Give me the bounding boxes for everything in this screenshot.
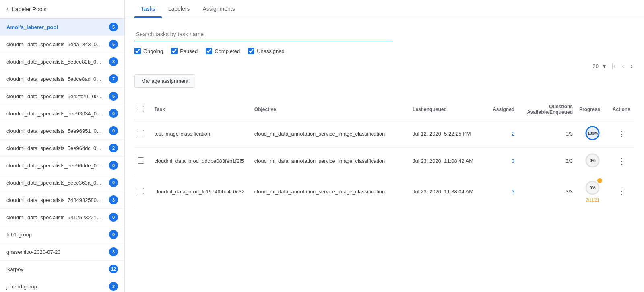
task-objective: cloud_ml_data_annotation_service_image_c… (254, 158, 385, 164)
sidebar-item-badge: 0 (109, 230, 118, 239)
col-header-actions: Actions (609, 99, 634, 120)
col-header-task: Task (151, 99, 251, 120)
main-content: TasksLabelersAssignments Ongoing Paused … (125, 0, 644, 292)
sidebar-item[interactable]: cloudml_data_specialists_5ee96951_000...… (0, 122, 124, 140)
actions-menu-icon[interactable]: ⋮ (618, 130, 625, 138)
filter-ongoing[interactable]: Ongoing (134, 48, 163, 54)
progress-circle: 100% (584, 125, 601, 141)
content-area: Ongoing Paused Completed Unassigned 20 ▼… (125, 18, 644, 292)
row-checkbox[interactable] (138, 188, 144, 194)
manage-assignment-button[interactable]: Manage assignment (134, 74, 195, 88)
sidebar-item-badge: 0 (109, 126, 118, 135)
sidebar-item[interactable]: cloudml_data_specialists_5edce8ad_000...… (0, 70, 124, 88)
actions-menu-icon[interactable]: ⋮ (618, 187, 625, 195)
sidebar-item-label: cloudml_data_specialists_5ee96951_000... (6, 128, 103, 134)
last-enqueued: Jul 23, 2020, 11:08:42 AM (413, 158, 473, 164)
progress-circle: 0% (584, 180, 601, 196)
unassigned-checkbox[interactable] (248, 48, 254, 54)
sidebar-item-label: cloudml_data_specialists_5ee2fc41_0000..… (6, 93, 103, 99)
col-header-last-enqueued: Last enqueued (409, 99, 484, 120)
completed-checkbox[interactable] (206, 48, 212, 54)
page-size-label: 20 (593, 63, 599, 69)
sidebar-item[interactable]: cloudml_data_specialists_5eec363a_000...… (0, 174, 124, 191)
sidebar-item-label: janend group (6, 284, 37, 290)
prev-page-button[interactable]: ‹ (620, 61, 625, 71)
pagination-row: 20 ▼ |‹ ‹ › (134, 61, 634, 71)
sidebar-item-badge: 7 (109, 74, 118, 83)
sidebar-item[interactable]: cloudml_data_specialists_748498258068...… (0, 191, 124, 209)
tasks-table: Task Objective Last enqueued Assigned Qu… (134, 99, 634, 208)
sidebar-item[interactable]: cloudml_data_specialists_5ee93034_000...… (0, 105, 124, 122)
sidebar-item-label: cloudml_data_specialists_5ee96ddc_000... (6, 145, 103, 151)
sidebar-item-label: cloudml_data_specialists_941252322120... (6, 214, 103, 220)
table-row: cloudml_data_prod_fc1974f0ba4c0c32cloud_… (134, 175, 634, 208)
sidebar-item-label: cloudml_data_specialists_5edce82b_000... (6, 59, 103, 65)
sidebar-item[interactable]: cloudml_data_specialists_5ee96dde_000...… (0, 157, 124, 174)
task-objective: cloud_ml_data_annotation_service_image_c… (254, 189, 385, 195)
sidebar-item-badge: 0 (109, 178, 118, 187)
sidebar: ‹ Labeler Pools Amol's_laberer_pool 5 cl… (0, 0, 125, 292)
col-header-qa: QuestionsAvailable/Enqueued (518, 99, 576, 120)
task-name: cloudml_data_prod_dddbe083feb1f2f5 (154, 158, 244, 164)
filter-row: Ongoing Paused Completed Unassigned (134, 48, 634, 54)
task-name: test-image-classification (154, 131, 210, 137)
first-page-button[interactable]: |‹ (610, 61, 617, 71)
sidebar-item-badge: 5 (109, 92, 118, 101)
last-enqueued: Jul 23, 2020, 11:38:04 AM (413, 189, 473, 195)
sidebar-item[interactable]: ghasemloo-2020-07-23 3 (0, 243, 124, 261)
paused-label: Paused (180, 48, 198, 54)
tab-assignments[interactable]: Assignments (196, 0, 242, 18)
sidebar-item-badge: 3 (109, 195, 118, 204)
ongoing-label: Ongoing (143, 48, 163, 54)
sidebar-item[interactable]: cloudml_data_specialists_941252322120...… (0, 209, 124, 226)
progress-sub-label: 2/11/21 (586, 198, 599, 202)
select-all-checkbox[interactable] (138, 106, 144, 112)
last-enqueued: Jul 12, 2020, 5:22:25 PM (413, 131, 471, 137)
sidebar-item-badge: 2 (109, 144, 118, 152)
back-icon: ‹ (6, 5, 9, 13)
sidebar-item-label: ikarpov (6, 266, 23, 272)
paused-checkbox[interactable] (171, 48, 178, 54)
row-checkbox[interactable] (138, 157, 144, 164)
sidebar-item[interactable]: cloudml_data_specialists_5edce82b_000...… (0, 53, 124, 70)
progress-label: 0% (590, 158, 595, 163)
completed-label: Completed (215, 48, 240, 54)
sidebar-item[interactable]: ikarpov 12 (0, 261, 124, 278)
qa-count: 0/3 (566, 131, 573, 137)
row-checkbox[interactable] (138, 130, 144, 136)
filter-completed[interactable]: Completed (206, 48, 240, 54)
dropdown-icon[interactable]: ▼ (602, 63, 607, 69)
task-name: cloudml_data_prod_fc1974f0ba4c0c32 (154, 189, 244, 195)
sidebar-item[interactable]: Amol's_laberer_pool 5 (0, 19, 124, 36)
sidebar-item[interactable]: feb1-group 0 (0, 226, 124, 243)
search-input[interactable] (134, 28, 392, 41)
table-header-row: Task Objective Last enqueued Assigned Qu… (134, 99, 634, 120)
col-header-progress: Progress (576, 99, 609, 120)
sidebar-item[interactable]: cloudml_data_specialists_5ee96ddc_000...… (0, 140, 124, 157)
sidebar-item-label: ghasemloo-2020-07-23 (6, 249, 60, 255)
sidebar-item[interactable]: janend group 2 (0, 278, 124, 292)
sidebar-item-badge: 3 (109, 247, 118, 256)
sidebar-item[interactable]: cloudml_data_specialists_5ee2fc41_0000..… (0, 88, 124, 105)
assigned-count[interactable]: 2 (512, 131, 514, 137)
sidebar-list: Amol's_laberer_pool 5 cloudml_data_speci… (0, 19, 124, 292)
col-header-objective: Objective (251, 99, 409, 120)
sidebar-item-label: Amol's_laberer_pool (6, 24, 58, 30)
table-row: cloudml_data_prod_dddbe083feb1f2f5cloud_… (134, 148, 634, 175)
assigned-count[interactable]: 3 (512, 189, 514, 195)
sidebar-header[interactable]: ‹ Labeler Pools (0, 0, 124, 19)
next-page-button[interactable]: › (629, 61, 634, 71)
sidebar-item-badge: 5 (109, 23, 118, 31)
assigned-count[interactable]: 3 (512, 158, 514, 164)
tab-tasks[interactable]: Tasks (134, 0, 162, 18)
actions-menu-icon[interactable]: ⋮ (618, 157, 625, 165)
sidebar-item[interactable]: cloudml_data_specialists_5eda1843_000...… (0, 36, 124, 53)
ongoing-checkbox[interactable] (134, 48, 141, 54)
tab-labelers[interactable]: Labelers (162, 0, 196, 18)
qa-count: 3/3 (566, 158, 573, 164)
filter-unassigned[interactable]: Unassigned (248, 48, 285, 54)
sidebar-item-label: feb1-group (6, 232, 32, 238)
filter-paused[interactable]: Paused (171, 48, 198, 54)
sidebar-item-label: cloudml_data_specialists_5eec363a_000... (6, 180, 103, 186)
sidebar-item-label: cloudml_data_specialists_5edce8ad_000... (6, 76, 103, 82)
